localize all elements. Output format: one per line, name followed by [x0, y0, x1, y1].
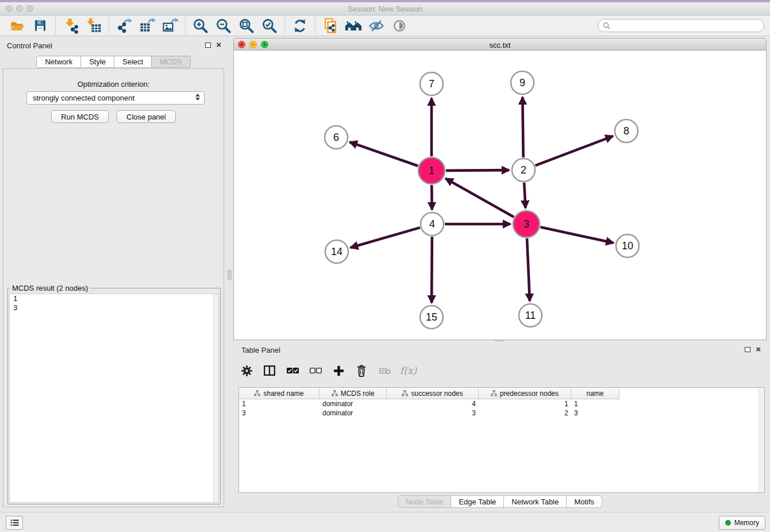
table-cell-mcds_role[interactable]: dominator [319, 399, 387, 408]
table-cell-mcds_role[interactable]: dominator [319, 408, 387, 418]
graph-node-3[interactable]: 3 [513, 211, 540, 237]
network-canvas[interactable]: 7968124314101511 [233, 51, 767, 340]
graph-edge-1-6[interactable] [350, 142, 418, 166]
table-cell-name[interactable]: 1 [571, 399, 619, 408]
import-table-from-file-icon[interactable] [82, 16, 105, 36]
tab-mcds[interactable]: MCDS [152, 56, 190, 68]
graph-node-2[interactable]: 2 [512, 159, 535, 182]
svg-text:15: 15 [426, 311, 437, 323]
mcds-result-item[interactable]: 1 [10, 294, 218, 303]
select-all-rows-icon[interactable] [285, 363, 300, 378]
show-hide-columns-icon[interactable] [262, 363, 277, 378]
graph-node-4[interactable]: 4 [421, 213, 444, 236]
unselect-all-rows-icon[interactable] [308, 363, 323, 378]
graph-node-14[interactable]: 14 [325, 240, 348, 263]
session-title: Session: New Session [0, 5, 770, 13]
table-row[interactable]: 3dominator323 [239, 408, 619, 418]
memory-button[interactable]: Memory [719, 516, 765, 530]
table-cell-successor_nodes[interactable]: 4 [387, 399, 479, 408]
graph-edge-2-3[interactable] [524, 183, 525, 208]
table-cell-shared_name[interactable]: 1 [239, 399, 319, 408]
export-table-icon[interactable] [136, 16, 159, 36]
svg-text:6: 6 [333, 132, 339, 143]
show-task-history-button[interactable] [6, 516, 23, 530]
graph-node-6[interactable]: 6 [325, 126, 348, 149]
apply-preferred-layout-icon[interactable] [288, 16, 311, 36]
network-title: scc.txt [234, 41, 766, 49]
zoom-in-icon[interactable] [189, 16, 212, 36]
result-scrollbar[interactable] [213, 294, 218, 502]
function-builder-icon: f(x) [400, 363, 417, 378]
table-scrollbar[interactable] [759, 388, 764, 492]
first-neighbors-icon[interactable] [342, 16, 365, 36]
criterion-dropdown[interactable]: strongly connected component [26, 91, 205, 105]
tab-network-table[interactable]: Network Table [504, 495, 567, 508]
graph-node-11[interactable]: 11 [519, 304, 542, 327]
graph-edge-3-10[interactable] [540, 227, 613, 242]
column-header-successor_nodes[interactable]: successor nodes [387, 388, 479, 399]
open-session-icon[interactable] [6, 16, 29, 36]
search-box[interactable] [598, 19, 764, 32]
graph-edge-2-8[interactable] [536, 136, 613, 165]
graph-edge-1-2[interactable] [446, 170, 509, 171]
toolbar-divider [284, 18, 285, 34]
zoom-out-icon[interactable] [212, 16, 235, 36]
column-header-name[interactable]: name [571, 388, 619, 399]
search-input[interactable] [614, 22, 759, 30]
table-cell-predecessor_nodes[interactable]: 2 [479, 408, 571, 418]
table-row[interactable]: 1dominator411 [239, 399, 619, 408]
tab-style[interactable]: Style [81, 56, 114, 68]
graph-node-9[interactable]: 9 [511, 71, 534, 94]
table-cell-successor_nodes[interactable]: 3 [387, 408, 479, 418]
network-window-titlebar[interactable]: × − + scc.txt [233, 38, 767, 51]
graph-edge-2-9[interactable] [522, 97, 523, 157]
table-cell-predecessor_nodes[interactable]: 1 [479, 399, 571, 408]
graph-node-7[interactable]: 7 [420, 72, 443, 95]
table-cell-shared_name[interactable]: 3 [239, 408, 319, 418]
export-network-icon[interactable] [113, 16, 136, 36]
table-mode-settings-icon[interactable] [239, 363, 254, 378]
graph-node-15[interactable]: 15 [420, 306, 443, 329]
mcds-tab-content: Optimization criterion: strongly connect… [3, 68, 224, 507]
run-mcds-button[interactable]: Run MCDS [51, 110, 109, 123]
table-cell-name[interactable]: 3 [571, 408, 619, 418]
column-header-label: name [586, 390, 603, 398]
close-panel-icon[interactable]: × [216, 42, 221, 48]
export-image-icon[interactable] [159, 16, 182, 36]
copy-network-view-icon[interactable] [319, 16, 342, 36]
zoom-fit-content-icon[interactable] [235, 16, 258, 36]
toolbar-divider [315, 18, 315, 34]
tab-node-table[interactable]: Node Table [398, 495, 452, 508]
tab-select[interactable]: Select [114, 56, 152, 68]
table-panel-title: Table Panel [241, 346, 280, 354]
column-header-mcds_role[interactable]: MCDS role [319, 388, 387, 399]
zoom-selected-region-icon[interactable] [258, 16, 281, 36]
float-table-panel-icon[interactable] [745, 347, 750, 352]
graph-node-1[interactable]: 1 [418, 157, 445, 184]
tab-edge-table[interactable]: Edge Table [451, 495, 504, 508]
close-table-panel-icon[interactable]: × [756, 346, 761, 352]
graph-edge-4-14[interactable] [351, 228, 420, 248]
graph-edge-3-11[interactable] [527, 238, 530, 301]
hide-selected-icon[interactable] [365, 16, 388, 36]
tab-network[interactable]: Network [36, 56, 81, 68]
vertical-splitter-handle[interactable] [228, 270, 232, 280]
graph-edge-3-1[interactable] [445, 179, 514, 217]
mcds-result-item[interactable]: 3 [10, 303, 218, 313]
float-panel-icon[interactable] [205, 43, 211, 48]
main-toolbar [0, 16, 770, 36]
graph-node-8[interactable]: 8 [615, 119, 638, 142]
mcds-result-list[interactable]: 13 [9, 294, 219, 503]
tree-hierarchy-icon [491, 390, 497, 396]
column-header-predecessor_nodes[interactable]: predecessor nodes [479, 388, 571, 399]
save-session-icon[interactable] [29, 16, 52, 36]
create-new-column-icon[interactable] [331, 363, 346, 378]
svg-text:9: 9 [519, 77, 525, 88]
close-panel-button[interactable]: Close panel [117, 110, 176, 123]
delete-selected-columns-icon[interactable] [354, 363, 369, 378]
import-network-from-file-icon[interactable] [59, 16, 82, 36]
graph-node-10[interactable]: 10 [616, 234, 639, 257]
tab-motifs[interactable]: Motifs [567, 495, 602, 508]
graph-edge-4-15[interactable] [432, 237, 432, 303]
column-header-shared_name[interactable]: shared name [239, 388, 319, 399]
